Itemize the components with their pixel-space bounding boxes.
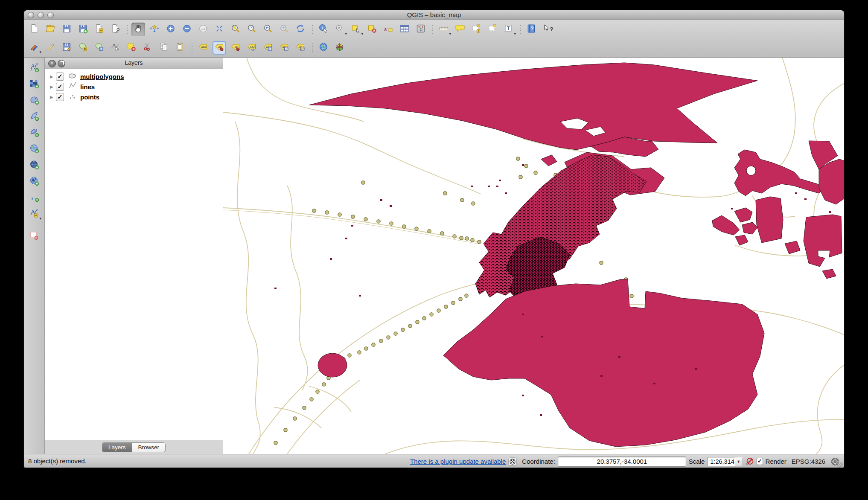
show-hide-labels-button[interactable]: abc	[245, 41, 259, 55]
toolbar-handle-icon	[312, 43, 313, 53]
layer-item-lines[interactable]: ▶✓lines	[45, 81, 223, 92]
open-project-button[interactable]	[44, 23, 57, 36]
panel-float-button[interactable]	[58, 60, 65, 67]
web-globe-button[interactable]	[317, 41, 330, 55]
add-wcs-button[interactable]	[26, 158, 42, 173]
expand-arrow-icon[interactable]: ▶	[50, 95, 56, 99]
add-raster-button[interactable]	[26, 77, 42, 92]
zoom-layer-button[interactable]	[245, 23, 259, 36]
new-composer-button[interactable]	[92, 23, 106, 36]
help-button[interactable]: ?	[525, 23, 539, 36]
feature-action-button[interactable]: ▾	[333, 23, 347, 36]
zoom-last-button[interactable]	[261, 23, 275, 36]
zoom-next-button[interactable]	[277, 23, 291, 36]
tab-layers[interactable]: Layers	[102, 442, 132, 452]
save-project-button[interactable]	[60, 23, 73, 36]
layer-label[interactable]: lines	[80, 83, 95, 90]
render-checkbox[interactable]: ✓	[757, 458, 763, 465]
copy-features-icon	[159, 42, 169, 54]
dropdown-arrow-icon[interactable]: ▾	[39, 50, 41, 54]
zoom-in-button[interactable]	[164, 23, 178, 36]
zoom-selection-button[interactable]	[229, 23, 242, 36]
pan-button[interactable]	[131, 23, 145, 36]
plugin-status-icon[interactable]	[508, 457, 517, 466]
layer-item-points[interactable]: ▶✓points	[45, 92, 223, 102]
layer-label[interactable]: multipolygons	[80, 73, 124, 80]
copy-features-button[interactable]	[157, 41, 171, 55]
scale-combo[interactable]: 1:26,314 ▼	[707, 457, 742, 466]
resize-grip-icon[interactable]	[837, 462, 843, 468]
scale-dropdown-icon[interactable]: ▼	[735, 457, 742, 466]
pin-labels-button[interactable]: ab	[213, 41, 226, 55]
measure-button[interactable]: ▾	[437, 23, 451, 36]
new-project-button[interactable]	[27, 23, 41, 36]
add-postgis-button[interactable]	[26, 93, 42, 108]
expand-arrow-icon[interactable]: ▶	[50, 84, 56, 89]
dropdown-arrow-icon[interactable]: ▾	[361, 32, 363, 36]
add-wms-button[interactable]	[26, 142, 42, 157]
layer-item-multipolygons[interactable]: ▶✓multipolygons	[45, 71, 223, 81]
map-tips-button[interactable]	[453, 23, 467, 36]
select-expression-button[interactable]: ε	[382, 23, 395, 36]
add-delimited-icon: ,	[29, 192, 39, 204]
add-mssql-button[interactable]	[26, 126, 42, 140]
whats-this-icon: ?	[543, 23, 553, 35]
toggle-editing-button[interactable]	[44, 41, 57, 55]
zoom-full-button[interactable]	[213, 23, 226, 36]
layer-visibility-checkbox[interactable]: ✓	[56, 93, 64, 101]
tab-browser[interactable]: Browser	[132, 442, 166, 452]
delete-selected-button[interactable]	[125, 41, 138, 55]
paste-features-button[interactable]	[173, 41, 187, 55]
field-calculator-button[interactable]	[414, 23, 428, 36]
new-shapefile-button[interactable]: ▾	[26, 207, 42, 221]
cut-features-button[interactable]	[141, 41, 154, 55]
layer-visibility-checkbox[interactable]: ✓	[56, 73, 64, 81]
coordinate-input[interactable]	[558, 456, 686, 467]
refresh-button[interactable]	[294, 23, 307, 36]
map-canvas[interactable]	[223, 58, 844, 454]
move-feature-button[interactable]	[92, 41, 106, 55]
text-annotation-button[interactable]: T▾	[502, 23, 516, 36]
panel-close-button[interactable]: ×	[48, 60, 56, 67]
deselect-features-button[interactable]	[365, 23, 379, 36]
render-suppress-icon[interactable]	[745, 457, 754, 466]
new-bookmark-button[interactable]	[469, 23, 483, 36]
pan-to-selection-button[interactable]	[148, 23, 161, 36]
zoom-out-button[interactable]	[180, 23, 194, 36]
add-wms-icon	[29, 143, 39, 155]
change-label-button[interactable]: abc	[294, 41, 307, 55]
whats-this-button[interactable]: ?	[541, 23, 555, 36]
layer-visibility-checkbox[interactable]: ✓	[56, 83, 64, 91]
save-edits-button[interactable]	[60, 41, 73, 55]
layer-stack-button[interactable]	[333, 41, 347, 55]
identify-button[interactable]: i	[317, 23, 330, 36]
current-edits-button[interactable]: ▾	[27, 41, 41, 55]
add-vector-button[interactable]	[26, 61, 42, 76]
select-features-icon	[351, 23, 361, 35]
composer-manager-button[interactable]	[108, 23, 122, 36]
select-features-button[interactable]: ▾	[349, 23, 363, 36]
layer-label[interactable]: points	[80, 93, 99, 101]
show-bookmarks-button[interactable]	[486, 23, 499, 36]
node-tool-button[interactable]	[108, 41, 122, 55]
add-wfs-button[interactable]	[26, 174, 42, 189]
highlight-labels-button[interactable]: ab	[229, 41, 242, 55]
expand-arrow-icon[interactable]: ▶	[50, 74, 56, 79]
dropdown-arrow-icon[interactable]: ▾	[345, 32, 347, 36]
plugin-update-link[interactable]: There is a plugin update available	[410, 458, 506, 465]
save-project-as-button[interactable]	[76, 23, 90, 36]
add-spatialite-button[interactable]	[26, 110, 42, 124]
remove-layer-button[interactable]	[26, 229, 42, 244]
add-feature-button[interactable]	[76, 41, 90, 55]
zoom-native-button[interactable]: 1:1	[196, 23, 210, 36]
dropdown-arrow-icon[interactable]: ▾	[449, 32, 451, 36]
label-button[interactable]: abc	[196, 41, 210, 55]
rotate-label-button[interactable]: abc	[277, 41, 291, 55]
dropdown-arrow-icon[interactable]: ▾	[514, 32, 516, 36]
move-label-button[interactable]: abc	[261, 41, 275, 55]
dropdown-arrow-icon[interactable]: ▾	[39, 216, 41, 221]
title-bar[interactable]: QGIS – basic_map	[24, 10, 844, 20]
save-edits-icon	[61, 42, 72, 54]
attribute-table-button[interactable]	[398, 23, 411, 36]
add-delimited-button[interactable]: ,	[26, 191, 42, 205]
